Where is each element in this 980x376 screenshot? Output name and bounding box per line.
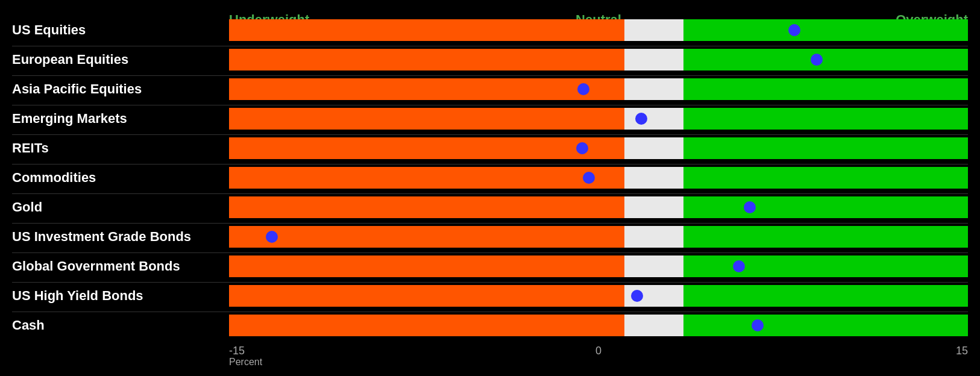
chart-row: Gold (12, 194, 968, 221)
row-label: Emerging Markets (12, 111, 229, 127)
position-dot (811, 54, 823, 66)
bar-track (229, 196, 968, 218)
bar-track (229, 285, 968, 307)
row-label: Commodities (12, 170, 229, 186)
chart-row: European Equities (12, 46, 968, 73)
axis-tick-left: -15 (229, 345, 245, 357)
chart-row: Cash (12, 312, 968, 339)
bar-underweight (229, 285, 624, 307)
chart-row: US Equities (12, 17, 968, 43)
bar-overweight (683, 108, 968, 130)
axis-label-spacer (12, 345, 229, 366)
bar-area (229, 285, 968, 307)
bar-neutral (624, 49, 683, 70)
chart-row: Asia Pacific Equities (12, 76, 968, 102)
bar-neutral (624, 196, 683, 218)
bar-track (229, 78, 968, 100)
bar-area (229, 226, 968, 248)
bar-overweight (683, 137, 968, 159)
chart-container: Underweight Neutral Overweight US Equiti… (0, 12, 980, 366)
bar-neutral (624, 108, 683, 130)
row-label: Asia Pacific Equities (12, 81, 229, 97)
position-dot (788, 24, 800, 36)
row-label: European Equities (12, 52, 229, 67)
chart-row: Emerging Markets (12, 105, 968, 132)
bar-track (229, 108, 968, 130)
bar-overweight (683, 167, 968, 189)
bar-overweight (683, 285, 968, 307)
bar-neutral (624, 19, 683, 41)
bar-underweight (229, 137, 624, 159)
bar-overweight (683, 315, 968, 336)
bar-track (229, 255, 968, 277)
row-label: Global Government Bonds (12, 258, 229, 274)
row-label: US High Yield Bonds (12, 288, 229, 304)
chart-row: Global Government Bonds (12, 253, 968, 280)
position-dot (576, 142, 588, 154)
bar-neutral (624, 226, 683, 248)
bar-area (229, 167, 968, 189)
axis-unit-label: Percent (229, 357, 262, 366)
bar-overweight (683, 196, 968, 218)
chart-row: US Investment Grade Bonds (12, 224, 968, 250)
bar-underweight (229, 226, 624, 248)
position-dot (635, 113, 647, 125)
bar-underweight (229, 78, 624, 100)
bar-underweight (229, 108, 624, 130)
axis-row: -15 0 15 Percent (12, 345, 968, 366)
chart-row: US High Yield Bonds (12, 283, 968, 309)
row-label: Gold (12, 199, 229, 215)
axis-tick-right: 15 (956, 345, 968, 357)
bar-underweight (229, 315, 624, 336)
row-label: Cash (12, 318, 229, 333)
axis-area: -15 0 15 Percent (229, 345, 968, 366)
position-dot (577, 83, 589, 95)
position-dot (744, 201, 756, 213)
bar-area (229, 49, 968, 70)
bar-overweight (683, 226, 968, 248)
row-label: US Investment Grade Bonds (12, 229, 229, 245)
bar-area (229, 137, 968, 159)
position-dot (266, 231, 278, 243)
axis-tick-center: 0 (595, 345, 602, 357)
bar-underweight (229, 19, 624, 41)
bar-overweight (683, 49, 968, 70)
bar-area (229, 196, 968, 218)
bar-overweight (683, 78, 968, 100)
bar-neutral (624, 167, 683, 189)
position-dot (752, 319, 764, 331)
bar-track (229, 315, 968, 336)
bar-track (229, 137, 968, 159)
position-dot (631, 290, 643, 302)
bar-track (229, 19, 968, 41)
bar-area (229, 255, 968, 277)
bar-underweight (229, 196, 624, 218)
chart-row: REITs (12, 135, 968, 161)
row-label: REITs (12, 140, 229, 156)
row-label: US Equities (12, 22, 229, 38)
bar-area (229, 78, 968, 100)
position-dot (583, 172, 595, 184)
bar-track (229, 49, 968, 70)
bar-area (229, 315, 968, 336)
bar-underweight (229, 255, 624, 277)
chart-row: Commodities (12, 164, 968, 191)
bar-overweight (683, 19, 968, 41)
bar-track (229, 226, 968, 248)
bar-track (229, 167, 968, 189)
bar-neutral (624, 255, 683, 277)
rows-container: US EquitiesEuropean EquitiesAsia Pacific… (12, 17, 968, 341)
bar-neutral (624, 315, 683, 336)
bar-neutral (624, 137, 683, 159)
bar-area (229, 108, 968, 130)
bar-underweight (229, 49, 624, 70)
bar-neutral (624, 78, 683, 100)
bar-area (229, 19, 968, 41)
bar-overweight (683, 255, 968, 277)
position-dot (733, 260, 745, 272)
bar-underweight (229, 167, 624, 189)
